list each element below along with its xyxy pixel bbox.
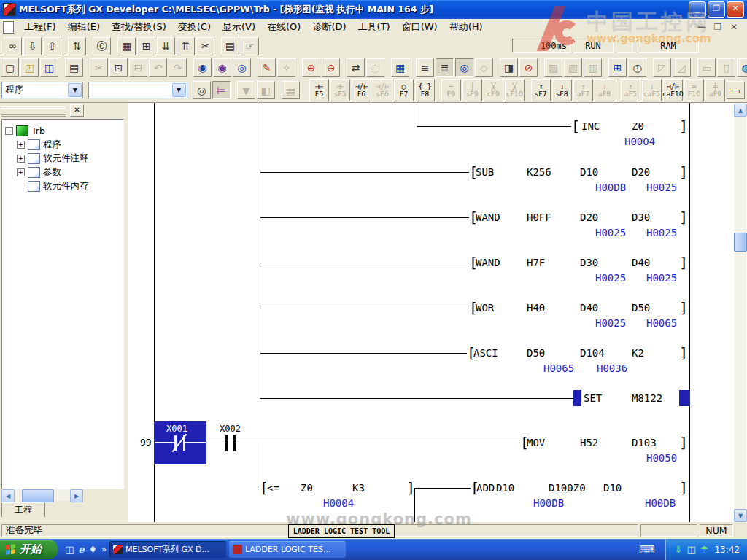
tree-item[interactable]: +参数 (17, 166, 61, 179)
restore-button[interactable]: ❐ (708, 1, 725, 18)
toolbar-button[interactable]: ◍ (737, 58, 747, 77)
tree-expand-icon[interactable]: + (17, 155, 25, 163)
project-tab[interactable]: 工程 (1, 502, 45, 517)
set-bracket-left-energized[interactable] (573, 390, 581, 406)
tree-collapse-icon[interactable]: − (5, 127, 13, 135)
toolbar-button[interactable]: ☞ (241, 37, 259, 55)
minimize-button[interactable]: _ (689, 1, 706, 18)
ladder-symbol-button-F8[interactable]: { }F8 (415, 79, 435, 101)
device-combo[interactable]: ▼ (88, 82, 187, 98)
chevron-right-icon[interactable]: » (101, 545, 107, 554)
ladder-editor[interactable]: [][][][][][][][][]INCZ0SUBK256D10D20WAND… (128, 103, 747, 523)
toolbar-button[interactable]: ⊞ (137, 37, 155, 55)
scroll-left-icon[interactable]: ◀ (1, 489, 15, 502)
menu-item[interactable]: 窗口(W) (396, 19, 444, 35)
ladder-logic-test-tool-window[interactable]: LADDER LOGIC TEST TOOL (288, 524, 395, 538)
mdi-restore-icon[interactable]: ❐ (712, 22, 724, 32)
toolbar-button[interactable]: ▭ (727, 81, 745, 99)
toolbar-button[interactable]: ⊞ (608, 58, 627, 77)
ladder-symbol-button-sF7[interactable]: ↑sF7 (531, 79, 551, 101)
ladder-vertical-scrollbar[interactable]: ▲ ▼ (734, 103, 746, 523)
menu-item[interactable]: 诊断(D) (306, 19, 352, 35)
toolbar-button[interactable]: ▤ (221, 37, 239, 55)
taskbar-task-ladder[interactable]: LADDER LOGIC TES... (229, 541, 346, 558)
menu-item[interactable]: 编辑(E) (62, 19, 106, 35)
toolbar-button[interactable]: ◉ (193, 58, 212, 77)
scroll-down-icon[interactable]: ▼ (734, 509, 747, 522)
dock-grip[interactable] (1, 106, 66, 117)
toolbar-button[interactable]: ✂ (196, 37, 214, 55)
toolbar-button[interactable]: ⇊ (157, 37, 175, 55)
toolbar-button[interactable]: ⊕ (302, 58, 320, 77)
toolbar-button[interactable]: ◫ (40, 58, 58, 77)
set-bracket-right-energized[interactable] (679, 390, 690, 406)
tree-item[interactable]: +软元件注释 (17, 152, 89, 165)
start-button[interactable]: 开始 (0, 540, 58, 559)
toolbar-button[interactable]: ⊨ (212, 81, 231, 99)
tree-horizontal-scrollbar[interactable]: ◀ ▶ (1, 489, 83, 501)
tray-icon[interactable]: ⇓ (675, 545, 683, 554)
toolbar-button[interactable]: ≣ (436, 58, 454, 77)
quick-launch-icon[interactable]: e (78, 545, 84, 554)
ladder-symbol-button-F7[interactable]: ◯F7 (394, 79, 414, 101)
toolbar-button[interactable]: ⇧ (43, 37, 61, 55)
quick-launch-icon[interactable]: ◫ (65, 545, 74, 554)
menu-item[interactable]: 工具(T) (352, 19, 396, 35)
toolbar-button[interactable]: ◎ (233, 58, 251, 77)
ladder-symbol-button-F6[interactable]: ⊣/⊢F6 (352, 79, 371, 101)
toolbar-button[interactable]: ⇩ (23, 37, 42, 55)
toolbar-button[interactable]: ◎ (193, 81, 211, 99)
scroll-up-icon[interactable]: ▲ (734, 104, 747, 117)
ladder-symbol-button-sF8[interactable]: ↓sF8 (552, 79, 572, 101)
ladder-symbol-button-F5[interactable]: ⊣⊢F5 (309, 79, 329, 101)
tree-close-button[interactable]: ✕ (70, 104, 84, 117)
mdi-document-icon[interactable] (3, 21, 14, 34)
toolbar-button[interactable]: ⊡ (109, 58, 128, 77)
program-combo[interactable]: 程序 ▼ (1, 82, 83, 98)
chevron-down-icon[interactable]: ▼ (172, 83, 186, 97)
chevron-down-icon[interactable]: ▼ (68, 83, 82, 97)
keyboard-icon[interactable]: ⌨ (639, 543, 655, 556)
ladder-scroll-thumb[interactable] (734, 233, 747, 252)
toolbar-button[interactable]: ◰ (20, 58, 39, 77)
tree-scroll-track[interactable] (15, 489, 70, 501)
toolbar-button[interactable]: ◎ (455, 58, 473, 77)
toolbar-button[interactable]: ⇅ (68, 37, 86, 55)
tree-expand-icon[interactable]: + (17, 141, 25, 149)
menu-item[interactable]: 工程(F) (18, 19, 62, 35)
toolbar-button[interactable]: ▤ (65, 58, 83, 77)
toolbar-button[interactable]: ⇈ (177, 37, 195, 55)
toolbar-button[interactable]: ⊘ (519, 58, 538, 77)
tree-item[interactable]: +程序 (17, 138, 61, 151)
toolbar-button[interactable]: ⇄ (347, 58, 365, 77)
toolbar-button[interactable]: ▦ (391, 58, 409, 77)
menu-item[interactable]: 变换(C) (172, 19, 217, 35)
toolbar-button[interactable]: ◉ (213, 58, 231, 77)
quick-launch-icon[interactable]: ♦ (89, 545, 98, 554)
toolbar-button[interactable]: ∞ (4, 37, 22, 55)
tray-icon[interactable]: ☂ (700, 545, 709, 554)
toolbar-button[interactable]: ▦ (117, 37, 136, 55)
toolbar-button[interactable]: ◨ (500, 58, 518, 77)
menu-item[interactable]: 帮助(H) (444, 19, 489, 35)
toolbar-button[interactable]: ◷ (628, 58, 646, 77)
tree-expand-icon[interactable]: + (17, 168, 25, 176)
toolbar-button[interactable]: ▢ (1, 58, 19, 77)
toolbar-button[interactable]: ≡ (416, 58, 434, 77)
tree-root-item[interactable]: −Trb (5, 124, 45, 137)
menu-item[interactable]: 查找/替换(S) (106, 19, 172, 35)
mdi-minimize-icon[interactable]: — (696, 22, 708, 32)
menu-item[interactable]: 在线(O) (261, 19, 306, 35)
toolbar-button[interactable]: ⊖ (322, 58, 340, 77)
tree-scroll-thumb[interactable] (22, 489, 54, 502)
ladder-symbol-button-caF10[interactable]: ⊣/⊢caF10 (663, 79, 683, 101)
taskbar-task-melsoft[interactable]: MELSOFT系列 GX D... (109, 541, 226, 558)
mdi-close-icon[interactable]: ✕ (728, 22, 740, 32)
toolbar-button[interactable]: ✎ (258, 58, 276, 77)
scroll-right-icon[interactable]: ▶ (70, 489, 83, 502)
tree-item[interactable]: 软元件内存 (17, 179, 89, 192)
menu-item[interactable]: 显示(V) (217, 19, 261, 35)
close-button[interactable]: ✕ (727, 1, 744, 18)
toolbar-button[interactable]: Ⓒ (93, 37, 111, 55)
tray-icon[interactable]: ◫ (686, 545, 695, 554)
